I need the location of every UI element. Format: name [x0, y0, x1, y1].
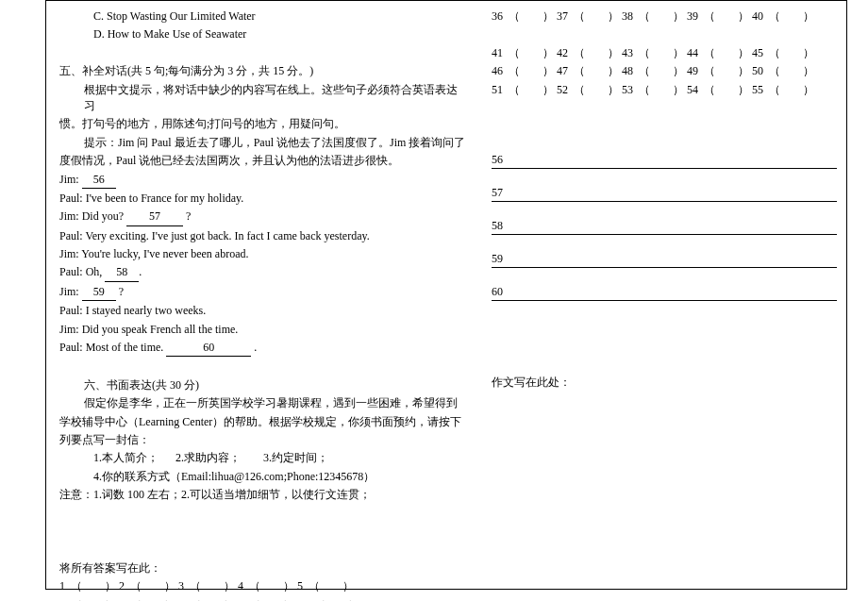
- dlg-paul3a: Paul: Oh,: [59, 265, 102, 278]
- option-d: D. How to Make Use of Seawater: [93, 27, 246, 41]
- section6-li2: 2.求助内容；: [175, 451, 241, 464]
- writing-line-58[interactable]: 58: [492, 221, 837, 235]
- blank-59[interactable]: 59: [82, 284, 116, 301]
- dlg-jim2b: ?: [186, 209, 191, 223]
- section6-p3: 列要点写一封信：: [59, 432, 469, 448]
- dlg-jim4b: ?: [119, 285, 124, 298]
- answers-title: 将所有答案写在此：: [59, 560, 469, 576]
- section6-li3: 3.约定时间；: [263, 451, 328, 464]
- dlg-jim1a: Jim:: [59, 173, 79, 186]
- answer-row[interactable]: 51 （ ） 52 （ ） 53 （ ） 54 （ ） 55 （ ）: [492, 82, 837, 98]
- dlg-jim2a: Jim: Did you?: [59, 209, 124, 223]
- section6-li1: 1.本人简介；: [93, 451, 159, 464]
- essay-here: 作文写在此处：: [492, 375, 837, 391]
- writing-line-57[interactable]: 57: [492, 188, 837, 202]
- dlg-paul1: Paul: I've been to France for my holiday…: [59, 191, 469, 207]
- section6-note: 注意：1.词数 100 左右；2.可以适当增加细节，以使行文连贯；: [59, 487, 469, 503]
- answer-row[interactable]: 41 （ ） 42 （ ） 43 （ ） 44 （ ） 45 （ ）: [492, 45, 837, 61]
- blank-56[interactable]: 56: [82, 172, 116, 189]
- dlg-paul5b: .: [254, 341, 257, 354]
- answer-row[interactable]: 36 （ ） 37 （ ） 38 （ ） 39 （ ） 40 （ ）: [492, 8, 837, 25]
- option-c: C. Stop Wasting Our Limited Water: [93, 9, 256, 23]
- writing-line-56[interactable]: 56: [492, 155, 837, 169]
- dlg-paul2: Paul: Very exciting. I've just got back.…: [59, 228, 469, 244]
- section6-title: 六、书面表达(共 30 分): [84, 377, 469, 393]
- section6-p2: 学校辅导中心（Learning Center）的帮助。根据学校规定，你须书面预约…: [59, 414, 469, 430]
- dlg-paul3b: .: [139, 265, 142, 278]
- section5-hint1: 提示：Jim 问 Paul 最近去了哪儿，Paul 说他去了法国度假了。Jim …: [84, 136, 465, 149]
- section6-li4: 4.你的联系方式（Email:lihua@126.com;Phone:12345…: [93, 469, 469, 485]
- answer-row[interactable]: 6 （ ） 7 （ ） 8 （ ） 9 （ ） 10 （ ）: [59, 597, 469, 602]
- answer-row[interactable]: 1 （ ） 2 （ ） 3 （ ） 4 （ ） 5 （ ）: [59, 578, 469, 594]
- dlg-jim3: Jim: You're lucky, I've never been abroa…: [59, 246, 469, 262]
- section5-hint2: 度假情况，Paul 说他已经去法国两次，并且认为他的法语进步很快。: [59, 154, 399, 167]
- dlg-paul4: Paul: I stayed nearly two weeks.: [59, 303, 469, 319]
- blank-57[interactable]: 57: [126, 209, 183, 225]
- dlg-jim4a: Jim:: [59, 285, 79, 298]
- writing-line-60[interactable]: 60: [492, 287, 837, 301]
- writing-line-59[interactable]: 59: [492, 254, 837, 268]
- dlg-jim5: Jim: Did you speak French all the time.: [59, 322, 469, 338]
- section6-p1: 假定你是李华，正在一所英国学校学习暑期课程，遇到一些困难，希望得到: [84, 395, 469, 411]
- section5-inst2: 惯。打句号的地方，用陈述句;打问号的地方，用疑问句。: [59, 117, 345, 130]
- answer-row[interactable]: 46 （ ） 47 （ ） 48 （ ） 49 （ ） 50 （ ）: [492, 63, 837, 79]
- blank-58[interactable]: 58: [105, 264, 139, 281]
- blank-60[interactable]: 60: [166, 340, 251, 357]
- section5-title: 五、补全对话(共 5 句;每句满分为 3 分，共 15 分。): [59, 64, 313, 77]
- section5-inst1: 根据中文提示，将对话中缺少的内容写在线上。这些句子必须符合英语表达习: [84, 83, 458, 112]
- dlg-paul5a: Paul: Most of the time.: [59, 341, 163, 354]
